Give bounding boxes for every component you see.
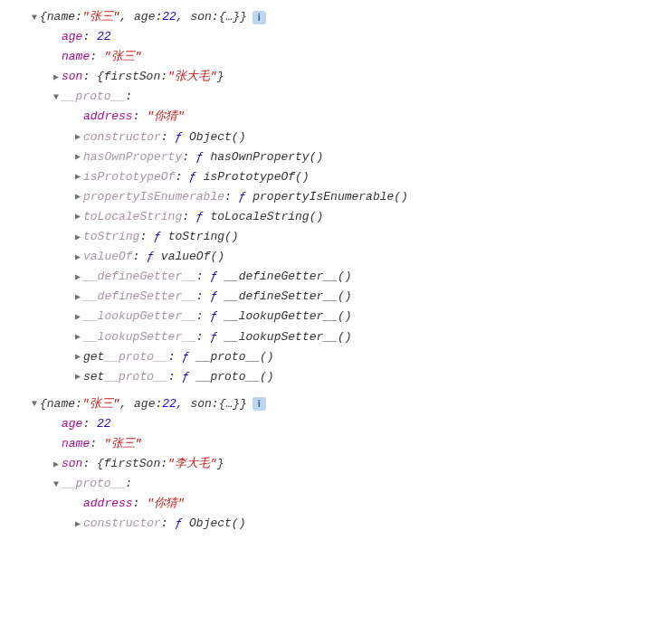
property-key: address	[83, 494, 133, 514]
property-value: "你猜"	[147, 494, 185, 514]
property-row[interactable]: ▶ __defineGetter__: ƒ __defineGetter__()	[4, 267, 663, 287]
function-icon: ƒ	[196, 207, 204, 227]
expand-toggle-icon[interactable]: ▶	[72, 516, 83, 532]
summary-text: {name:	[40, 394, 82, 414]
property-key: __proto__	[104, 367, 167, 387]
property-key: constructor	[83, 128, 161, 147]
property-row[interactable]: ▶ valueOf: ƒ valueOf()	[4, 247, 663, 267]
property-value: 22	[97, 27, 111, 47]
property-row[interactable]: ▶ get __proto__: ƒ __proto__()	[4, 347, 663, 367]
property-value: "你猜"	[147, 107, 185, 127]
property-row-proto[interactable]: ▼ __proto__:	[4, 87, 663, 107]
function-name: toString()	[168, 227, 239, 247]
property-row[interactable]: ▶ __defineSetter__: ƒ __defineSetter__()	[4, 287, 663, 307]
property-key: toString	[83, 227, 139, 247]
function-icon: ƒ	[210, 287, 217, 307]
property-row[interactable]: ▶ hasOwnProperty: ƒ hasOwnProperty()	[4, 147, 663, 167]
function-name: propertyIsEnumerable()	[253, 187, 408, 207]
property-key: son	[62, 454, 82, 474]
property-key: age	[62, 27, 82, 47]
function-name: __lookupSetter__()	[224, 327, 351, 347]
property-row-proto[interactable]: ▼ __proto__:	[4, 474, 663, 494]
function-icon: ƒ	[182, 367, 189, 387]
property-row-son[interactable]: ▶ son: {firstSon: "李大毛"}	[4, 454, 663, 474]
function-name: __proto__()	[196, 347, 274, 367]
function-icon: ƒ	[154, 227, 161, 247]
expand-toggle-icon[interactable]: ▶	[72, 289, 83, 305]
expand-toggle-icon[interactable]: ▶	[72, 250, 83, 265]
info-icon[interactable]: i	[253, 11, 266, 24]
property-key: valueOf	[83, 247, 133, 267]
property-key: address	[83, 107, 133, 127]
function-name: isPrototypeOf()	[204, 167, 310, 187]
function-icon: ƒ	[147, 247, 154, 267]
expand-toggle-icon[interactable]: ▼	[51, 477, 62, 492]
object-summary[interactable]: ▼ {name: "张三", age: 22, son: {…}} i	[4, 7, 663, 27]
property-key: son	[62, 67, 82, 87]
property-key: __proto__	[62, 87, 125, 107]
expand-toggle-icon[interactable]: ▶	[51, 70, 62, 85]
property-key: name	[62, 434, 90, 454]
property-key: propertyIsEnumerable	[83, 187, 224, 207]
expand-toggle-icon[interactable]: ▶	[72, 149, 83, 165]
info-icon[interactable]: i	[253, 397, 266, 411]
expand-toggle-icon[interactable]: ▼	[51, 90, 62, 105]
expand-toggle-icon[interactable]: ▶	[72, 230, 83, 245]
expand-toggle-icon[interactable]: ▼	[29, 396, 40, 412]
property-row[interactable]: ▶ isPrototypeOf: ƒ isPrototypeOf()	[4, 167, 663, 187]
property-row[interactable]: ▶ set __proto__: ƒ __proto__()	[4, 367, 663, 387]
function-icon: ƒ	[189, 167, 196, 187]
function-name: valueOf()	[161, 247, 224, 267]
property-row[interactable]: ▶ name: "张三"	[4, 47, 663, 67]
function-name: __proto__()	[196, 367, 274, 387]
function-icon: ƒ	[196, 147, 204, 167]
expand-toggle-icon[interactable]: ▶	[72, 369, 83, 384]
property-value: "张三"	[104, 434, 142, 454]
property-row[interactable]: ▶ name: "张三"	[4, 434, 663, 454]
function-name: hasOwnProperty()	[210, 147, 323, 167]
expand-toggle-icon[interactable]: ▶	[72, 189, 83, 204]
property-key: __defineSetter__	[83, 287, 196, 307]
property-key: __defineGetter__	[83, 267, 196, 287]
expand-toggle-icon[interactable]: ▶	[72, 309, 83, 325]
expand-toggle-icon[interactable]: ▶	[72, 129, 83, 145]
expand-toggle-icon[interactable]: ▶	[72, 329, 83, 345]
function-icon: ƒ	[182, 347, 189, 367]
property-row[interactable]: ▶ age: 22	[4, 414, 663, 434]
function-name: __defineGetter__()	[224, 267, 351, 287]
property-key: toLocaleString	[83, 207, 182, 227]
property-row[interactable]: ▶ toLocaleString: ƒ toLocaleString()	[4, 207, 663, 227]
property-key: __lookupSetter__	[83, 327, 196, 347]
property-key: age	[62, 414, 82, 434]
property-value: 22	[97, 414, 111, 434]
function-icon: ƒ	[210, 307, 217, 327]
function-name: Object()	[189, 128, 245, 147]
function-name: __defineSetter__()	[224, 287, 351, 307]
property-key: __lookupGetter__	[83, 307, 196, 327]
property-row[interactable]: ▶ address: "你猜"	[4, 494, 663, 514]
property-row[interactable]: ▶ address: "你猜"	[4, 107, 663, 127]
property-row[interactable]: ▶ __lookupSetter__: ƒ __lookupSetter__()	[4, 327, 663, 347]
property-row[interactable]: ▶ toString: ƒ toString()	[4, 227, 663, 247]
property-key: hasOwnProperty	[83, 147, 182, 167]
property-row[interactable]: ▶ age: 22	[4, 27, 663, 47]
property-row[interactable]: ▶ constructor: ƒ Object()	[4, 514, 663, 534]
expand-toggle-icon[interactable]: ▶	[51, 457, 62, 472]
property-row[interactable]: ▶ constructor: ƒ Object()	[4, 128, 663, 147]
property-value: "张三"	[104, 47, 142, 67]
function-icon: ƒ	[210, 267, 217, 287]
summary-text: {name:	[40, 7, 82, 27]
property-row[interactable]: ▶ __lookupGetter__: ƒ __lookupGetter__()	[4, 307, 663, 327]
property-row-son[interactable]: ▶ son: {firstSon: "张大毛"}	[4, 67, 663, 87]
function-name: toLocaleString()	[210, 207, 323, 227]
expand-toggle-icon[interactable]: ▶	[72, 270, 83, 285]
property-key: constructor	[83, 514, 161, 534]
expand-toggle-icon[interactable]: ▶	[72, 209, 83, 224]
object-summary[interactable]: ▼ {name: "张三", age: 22, son: {…}} i	[4, 394, 663, 414]
function-icon: ƒ	[175, 128, 182, 147]
expand-toggle-icon[interactable]: ▼	[29, 10, 40, 25]
expand-toggle-icon[interactable]: ▶	[72, 349, 83, 365]
property-row[interactable]: ▶ propertyIsEnumerable: ƒ propertyIsEnum…	[4, 187, 663, 207]
function-icon: ƒ	[210, 327, 217, 347]
expand-toggle-icon[interactable]: ▶	[72, 169, 83, 185]
